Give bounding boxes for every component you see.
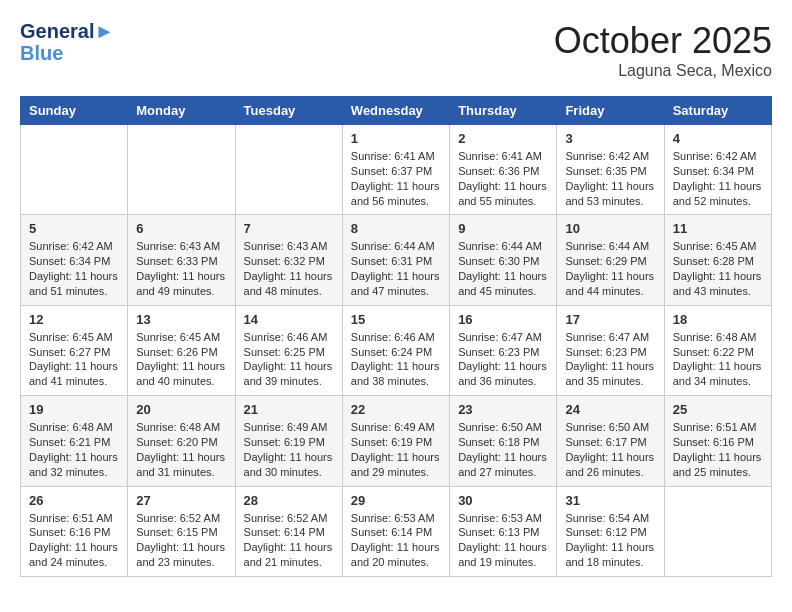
calendar-day-22: 22Sunrise: 6:49 AMSunset: 6:19 PMDayligh…: [342, 396, 449, 486]
day-header-sunday: Sunday: [21, 97, 128, 125]
day-number: 14: [244, 312, 334, 327]
day-info-line: Sunset: 6:13 PM: [458, 525, 548, 540]
day-info-line: Sunset: 6:35 PM: [565, 164, 655, 179]
day-number: 9: [458, 221, 548, 236]
day-header-saturday: Saturday: [664, 97, 771, 125]
day-info-line: Sunset: 6:31 PM: [351, 254, 441, 269]
day-info-line: Sunset: 6:24 PM: [351, 345, 441, 360]
day-info-line: Sunset: 6:22 PM: [673, 345, 763, 360]
day-info-line: Sunrise: 6:48 AM: [673, 330, 763, 345]
day-number: 20: [136, 402, 226, 417]
day-info-line: Daylight: 11 hours and 39 minutes.: [244, 359, 334, 389]
calendar-week-row: 1Sunrise: 6:41 AMSunset: 6:37 PMDaylight…: [21, 125, 772, 215]
day-info-line: Sunrise: 6:50 AM: [458, 420, 548, 435]
day-info-line: Sunrise: 6:45 AM: [673, 239, 763, 254]
day-number: 28: [244, 493, 334, 508]
day-info-line: Sunrise: 6:46 AM: [244, 330, 334, 345]
day-info-line: Sunrise: 6:42 AM: [29, 239, 119, 254]
day-info-line: Sunset: 6:30 PM: [458, 254, 548, 269]
day-info-line: Sunset: 6:25 PM: [244, 345, 334, 360]
day-info-line: Daylight: 11 hours and 35 minutes.: [565, 359, 655, 389]
calendar-day-empty: [21, 125, 128, 215]
day-number: 6: [136, 221, 226, 236]
day-info-line: Daylight: 11 hours and 51 minutes.: [29, 269, 119, 299]
day-info-line: Daylight: 11 hours and 55 minutes.: [458, 179, 548, 209]
day-header-monday: Monday: [128, 97, 235, 125]
day-info-line: Sunset: 6:33 PM: [136, 254, 226, 269]
day-info-line: Daylight: 11 hours and 56 minutes.: [351, 179, 441, 209]
day-info-line: Sunrise: 6:45 AM: [29, 330, 119, 345]
page-header: General► Blue October 2025 Laguna Seca, …: [20, 20, 772, 80]
title-section: October 2025 Laguna Seca, Mexico: [554, 20, 772, 80]
calendar-day-empty: [235, 125, 342, 215]
month-title: October 2025: [554, 20, 772, 62]
day-info-line: Daylight: 11 hours and 47 minutes.: [351, 269, 441, 299]
day-info-line: Sunrise: 6:52 AM: [244, 511, 334, 526]
day-info-line: Daylight: 11 hours and 18 minutes.: [565, 540, 655, 570]
day-info-line: Sunset: 6:28 PM: [673, 254, 763, 269]
day-number: 15: [351, 312, 441, 327]
day-info-line: Sunrise: 6:52 AM: [136, 511, 226, 526]
day-info-line: Daylight: 11 hours and 27 minutes.: [458, 450, 548, 480]
day-info-line: Daylight: 11 hours and 29 minutes.: [351, 450, 441, 480]
day-info-line: Sunset: 6:16 PM: [29, 525, 119, 540]
day-info-line: Daylight: 11 hours and 32 minutes.: [29, 450, 119, 480]
calendar-week-row: 12Sunrise: 6:45 AMSunset: 6:27 PMDayligh…: [21, 305, 772, 395]
day-number: 17: [565, 312, 655, 327]
day-info-line: Daylight: 11 hours and 31 minutes.: [136, 450, 226, 480]
day-info-line: Sunset: 6:32 PM: [244, 254, 334, 269]
day-header-tuesday: Tuesday: [235, 97, 342, 125]
day-number: 11: [673, 221, 763, 236]
day-number: 22: [351, 402, 441, 417]
day-info-line: Sunrise: 6:47 AM: [458, 330, 548, 345]
day-info-line: Sunrise: 6:53 AM: [351, 511, 441, 526]
day-info-line: Sunrise: 6:41 AM: [351, 149, 441, 164]
day-info-line: Sunset: 6:23 PM: [458, 345, 548, 360]
day-info-line: Sunrise: 6:44 AM: [458, 239, 548, 254]
day-number: 7: [244, 221, 334, 236]
calendar-day-19: 19Sunrise: 6:48 AMSunset: 6:21 PMDayligh…: [21, 396, 128, 486]
day-info-line: Sunrise: 6:48 AM: [136, 420, 226, 435]
day-number: 3: [565, 131, 655, 146]
day-info-line: Sunrise: 6:45 AM: [136, 330, 226, 345]
day-info-line: Sunrise: 6:50 AM: [565, 420, 655, 435]
calendar-day-27: 27Sunrise: 6:52 AMSunset: 6:15 PMDayligh…: [128, 486, 235, 576]
day-info-line: Sunrise: 6:51 AM: [673, 420, 763, 435]
calendar-day-21: 21Sunrise: 6:49 AMSunset: 6:19 PMDayligh…: [235, 396, 342, 486]
day-info-line: Daylight: 11 hours and 26 minutes.: [565, 450, 655, 480]
day-number: 5: [29, 221, 119, 236]
day-info-line: Daylight: 11 hours and 44 minutes.: [565, 269, 655, 299]
calendar-day-12: 12Sunrise: 6:45 AMSunset: 6:27 PMDayligh…: [21, 305, 128, 395]
calendar-day-5: 5Sunrise: 6:42 AMSunset: 6:34 PMDaylight…: [21, 215, 128, 305]
calendar-day-30: 30Sunrise: 6:53 AMSunset: 6:13 PMDayligh…: [450, 486, 557, 576]
day-number: 10: [565, 221, 655, 236]
day-number: 4: [673, 131, 763, 146]
calendar-day-empty: [664, 486, 771, 576]
day-number: 29: [351, 493, 441, 508]
day-info-line: Daylight: 11 hours and 21 minutes.: [244, 540, 334, 570]
calendar-day-2: 2Sunrise: 6:41 AMSunset: 6:36 PMDaylight…: [450, 125, 557, 215]
calendar-week-row: 26Sunrise: 6:51 AMSunset: 6:16 PMDayligh…: [21, 486, 772, 576]
day-info-line: Sunset: 6:15 PM: [136, 525, 226, 540]
day-number: 26: [29, 493, 119, 508]
day-number: 27: [136, 493, 226, 508]
day-number: 23: [458, 402, 548, 417]
calendar-day-9: 9Sunrise: 6:44 AMSunset: 6:30 PMDaylight…: [450, 215, 557, 305]
day-info-line: Daylight: 11 hours and 20 minutes.: [351, 540, 441, 570]
day-info-line: Sunset: 6:19 PM: [351, 435, 441, 450]
day-info-line: Sunset: 6:34 PM: [29, 254, 119, 269]
day-info-line: Sunrise: 6:49 AM: [351, 420, 441, 435]
calendar-day-24: 24Sunrise: 6:50 AMSunset: 6:17 PMDayligh…: [557, 396, 664, 486]
logo: General► Blue: [20, 20, 114, 64]
day-number: 8: [351, 221, 441, 236]
calendar-day-14: 14Sunrise: 6:46 AMSunset: 6:25 PMDayligh…: [235, 305, 342, 395]
day-info-line: Sunset: 6:17 PM: [565, 435, 655, 450]
calendar-week-row: 19Sunrise: 6:48 AMSunset: 6:21 PMDayligh…: [21, 396, 772, 486]
day-info-line: Daylight: 11 hours and 52 minutes.: [673, 179, 763, 209]
day-info-line: Sunset: 6:29 PM: [565, 254, 655, 269]
day-number: 21: [244, 402, 334, 417]
day-number: 12: [29, 312, 119, 327]
day-info-line: Sunset: 6:12 PM: [565, 525, 655, 540]
day-info-line: Daylight: 11 hours and 43 minutes.: [673, 269, 763, 299]
day-info-line: Daylight: 11 hours and 40 minutes.: [136, 359, 226, 389]
